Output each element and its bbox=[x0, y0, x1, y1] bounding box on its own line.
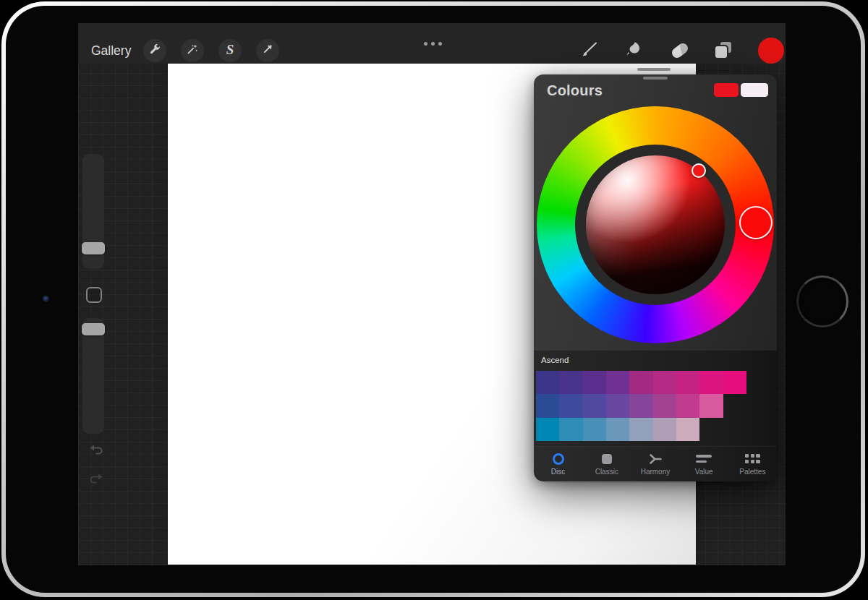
palette-swatch[interactable] bbox=[583, 371, 606, 394]
disc-icon bbox=[553, 453, 564, 465]
palette-swatch[interactable] bbox=[653, 418, 676, 441]
palette-swatch[interactable] bbox=[536, 371, 559, 394]
tab-classic[interactable]: Classic bbox=[585, 453, 629, 476]
palette-swatch[interactable] bbox=[653, 394, 676, 417]
palette-name: Ascend bbox=[541, 356, 569, 364]
popover-grabber[interactable] bbox=[637, 68, 671, 71]
current-color-chip[interactable] bbox=[714, 83, 739, 97]
palette-swatch[interactable] bbox=[676, 371, 699, 394]
palette-section: Ascend bbox=[534, 351, 777, 446]
palette-swatch[interactable] bbox=[676, 394, 699, 417]
selection-button[interactable]: S bbox=[218, 39, 242, 62]
palette-swatch[interactable] bbox=[629, 418, 652, 441]
brush-icon bbox=[580, 40, 599, 61]
palette-row bbox=[536, 418, 699, 441]
previous-color-chip[interactable] bbox=[741, 83, 768, 97]
home-button[interactable] bbox=[796, 275, 848, 327]
saturation-brightness-disc[interactable] bbox=[586, 155, 725, 294]
actions-button[interactable] bbox=[143, 39, 166, 62]
active-color-swatch[interactable] bbox=[758, 38, 784, 64]
palette-row bbox=[536, 394, 723, 417]
panel-grabber[interactable] bbox=[643, 77, 668, 80]
layers-tool[interactable] bbox=[715, 42, 732, 59]
brush-size-handle[interactable] bbox=[82, 242, 105, 254]
layers-icon bbox=[715, 42, 732, 59]
palette-swatch[interactable] bbox=[606, 394, 629, 417]
palette-swatch[interactable] bbox=[699, 394, 723, 417]
front-camera bbox=[43, 296, 49, 302]
canvas-overflow-dots[interactable] bbox=[424, 42, 442, 46]
palette-swatch[interactable] bbox=[559, 371, 582, 394]
magic-wand-icon bbox=[186, 43, 199, 59]
app-screen: Gallery S bbox=[78, 23, 786, 565]
stage: Gallery S bbox=[0, 0, 868, 600]
palette-swatch[interactable] bbox=[583, 394, 606, 417]
palette-swatch[interactable] bbox=[583, 418, 606, 441]
colours-panel: Colours Ascend Disc bbox=[534, 74, 777, 481]
palette-swatch[interactable] bbox=[606, 371, 629, 394]
smudge-tool[interactable] bbox=[624, 42, 642, 59]
palette-row bbox=[536, 371, 746, 394]
transform-arrow-icon bbox=[261, 43, 274, 59]
gallery-button[interactable]: Gallery bbox=[91, 43, 131, 59]
palette-swatch[interactable] bbox=[699, 371, 723, 394]
palette-swatch[interactable] bbox=[559, 394, 582, 417]
palette-swatch[interactable] bbox=[653, 371, 676, 394]
palette-swatch[interactable] bbox=[629, 394, 652, 417]
brush-opacity-handle[interactable] bbox=[82, 323, 105, 335]
palette-swatch[interactable] bbox=[629, 371, 652, 394]
palette-swatch[interactable] bbox=[536, 394, 559, 417]
panel-title: Colours bbox=[547, 82, 603, 99]
wrench-icon bbox=[148, 43, 161, 59]
tab-disc[interactable]: Disc bbox=[537, 453, 580, 476]
tab-palettes[interactable]: Palettes bbox=[731, 453, 774, 476]
smudge-icon bbox=[624, 40, 642, 61]
palette-swatch[interactable] bbox=[606, 418, 629, 441]
eraser-tool[interactable] bbox=[671, 42, 689, 59]
tab-harmony[interactable]: Harmony bbox=[634, 453, 677, 476]
eraser-icon bbox=[670, 41, 690, 60]
modify-button[interactable] bbox=[86, 287, 102, 303]
undo-button[interactable] bbox=[87, 441, 106, 460]
hue-selector[interactable] bbox=[739, 206, 773, 239]
value-icon bbox=[696, 455, 712, 463]
palette-swatch[interactable] bbox=[559, 418, 582, 441]
brush-tool[interactable] bbox=[581, 42, 598, 59]
adjustments-button[interactable] bbox=[181, 39, 204, 62]
colours-panel-top: Colours bbox=[534, 74, 777, 351]
classic-icon bbox=[602, 454, 612, 464]
transform-button[interactable] bbox=[256, 39, 279, 62]
brush-opacity-slider[interactable] bbox=[82, 318, 104, 434]
palette-swatch[interactable] bbox=[536, 418, 559, 441]
tab-value[interactable]: Value bbox=[682, 453, 726, 476]
palette-swatch[interactable] bbox=[676, 418, 699, 441]
palette-swatch[interactable] bbox=[723, 371, 746, 394]
harmony-icon bbox=[648, 453, 663, 465]
disc-selector[interactable] bbox=[692, 163, 706, 178]
selection-s-icon: S bbox=[226, 42, 234, 58]
colours-tabbar: Disc Classic Harmony Value bbox=[534, 446, 777, 481]
palettes-icon bbox=[745, 454, 760, 463]
redo-button[interactable] bbox=[87, 470, 106, 489]
